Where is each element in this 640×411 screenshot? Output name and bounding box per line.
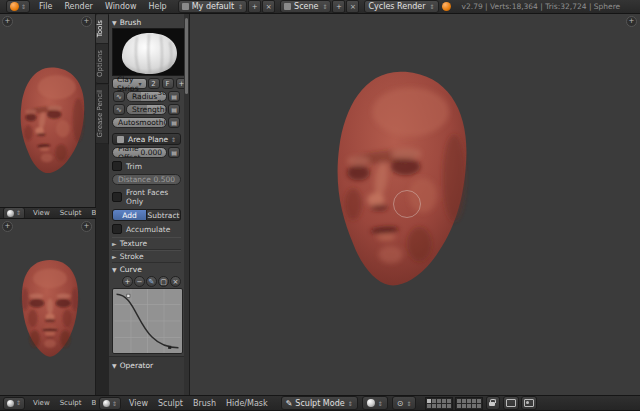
expand-properties-button[interactable]: + xyxy=(81,221,92,232)
menu-sculpt[interactable]: Sculpt xyxy=(55,209,87,217)
sculpt-plane-dropdown[interactable]: Area Plane⇕ xyxy=(112,133,181,145)
brush-select-dropdown[interactable]: Clay Strips▾ xyxy=(112,78,147,89)
viewport-bottom-left[interactable]: + + xyxy=(0,219,96,395)
subtract-toggle-button[interactable]: Subtract xyxy=(147,209,181,221)
scene-stats: v2.79 | Verts:18,364 | Tris:32,724 | Sph… xyxy=(462,2,621,11)
curve-delete-button[interactable]: × xyxy=(170,276,181,287)
render-engine-value: Cycles Render xyxy=(368,2,425,11)
plane-offset-slider[interactable]: Plane Offset0.000 xyxy=(112,147,167,158)
lock-to-scene-button[interactable] xyxy=(486,396,500,410)
trim-checkbox-row[interactable]: Trim xyxy=(112,161,181,171)
brush-add-button[interactable] xyxy=(176,78,184,89)
blender-logo-icon xyxy=(442,2,451,11)
brush-preview-image[interactable] xyxy=(112,28,184,76)
shading-sphere-icon xyxy=(367,399,375,407)
strength-slider[interactable]: Strength0.500 xyxy=(126,104,167,115)
menu-help[interactable]: Help xyxy=(142,2,172,11)
chevron-updown-icon xyxy=(345,399,353,408)
radius-value: 36 px xyxy=(157,91,167,102)
tool-shelf-tabs: Tools Options Grease Pencil xyxy=(96,14,109,395)
chevron-updown-icon xyxy=(14,399,21,407)
front-faces-checkbox-row[interactable]: Front Faces Only xyxy=(112,188,181,206)
editor-type-button-3dview[interactable] xyxy=(3,397,25,410)
editor-type-button-info[interactable] xyxy=(6,0,30,13)
menu-file[interactable]: File xyxy=(33,2,58,11)
operator-panel-header[interactable]: ▼Operator xyxy=(112,359,181,371)
autosmooth-tablet-button[interactable] xyxy=(168,117,180,128)
scene-layers-group-2[interactable] xyxy=(455,397,483,410)
add-scene-button[interactable] xyxy=(332,0,345,13)
plane-offset-tablet-button[interactable] xyxy=(168,147,180,158)
scene-dropdown[interactable]: Scene xyxy=(280,0,331,13)
menu-view[interactable]: View xyxy=(28,209,55,217)
accumulate-checkbox-row[interactable]: Accumulate xyxy=(112,224,181,234)
sculpted-head-mesh[interactable] xyxy=(6,64,92,176)
menu-view[interactable]: View xyxy=(124,399,153,408)
texture-panel-header[interactable]: ►Texture xyxy=(112,237,181,250)
radius-tablet-button[interactable] xyxy=(168,91,180,102)
brush-users-button[interactable]: 2 xyxy=(148,78,160,89)
brush-fake-user-button[interactable]: F xyxy=(162,78,174,89)
strength-tablet-button[interactable] xyxy=(168,104,180,115)
menu-brush[interactable]: Brush xyxy=(87,399,96,407)
expand-toolshelf-button[interactable]: + xyxy=(2,221,13,232)
curve-zoom-out-button[interactable]: − xyxy=(134,276,145,287)
radius-pressure-toggle[interactable] xyxy=(113,91,125,102)
radius-slider[interactable]: Radius36 px xyxy=(126,91,167,102)
viewport-shading-dropdown[interactable] xyxy=(362,396,388,410)
screen-layout-value: My default xyxy=(192,2,234,11)
menu-window[interactable]: Window xyxy=(99,2,143,11)
checkbox-icon xyxy=(112,161,122,171)
expand-properties-button[interactable]: + xyxy=(81,16,92,27)
expand-toolshelf-button[interactable]: + xyxy=(2,16,13,27)
opengl-render-animation-button[interactable] xyxy=(521,396,537,410)
menu-sculpt[interactable]: Sculpt xyxy=(55,399,87,407)
tab-options[interactable]: Options xyxy=(96,44,109,84)
chevron-updown-icon: ⇕ xyxy=(171,136,176,143)
brush-panel-header[interactable]: ▼Brush xyxy=(112,16,181,28)
menu-hide-mask[interactable]: Hide/Mask xyxy=(221,399,273,408)
operator-panel-region: ▼Operator xyxy=(109,356,184,395)
scene-value: Scene xyxy=(294,2,318,11)
opengl-render-image-button[interactable] xyxy=(503,396,519,410)
tab-grease-pencil[interactable]: Grease Pencil xyxy=(96,84,109,144)
3d-view-icon xyxy=(103,400,110,407)
sculpted-head-mesh[interactable] xyxy=(10,243,90,373)
brush-panel-title: Brush xyxy=(120,18,142,27)
delete-layout-button[interactable] xyxy=(262,0,275,13)
toolshelf-scrollbar[interactable] xyxy=(184,14,189,395)
menu-view[interactable]: View xyxy=(28,399,55,407)
editor-type-button-3dview[interactable] xyxy=(3,207,25,219)
render-engine-dropdown[interactable]: Cycles Render xyxy=(364,0,438,13)
triangle-down-icon: ▼ xyxy=(112,266,117,273)
viewport-top-left[interactable]: + + xyxy=(0,14,96,207)
expand-properties-button[interactable]: + xyxy=(626,16,637,27)
stroke-panel-header[interactable]: ►Stroke xyxy=(112,250,181,263)
sculpted-head-mesh[interactable] xyxy=(308,60,482,296)
pivot-point-dropdown[interactable] xyxy=(392,396,417,410)
editor-type-button-3dview[interactable] xyxy=(99,397,121,410)
strength-pressure-toggle[interactable] xyxy=(113,104,125,115)
menu-brush[interactable]: Brush xyxy=(87,209,96,217)
tab-tools[interactable]: Tools xyxy=(96,14,109,44)
triangle-right-icon: ► xyxy=(112,240,117,247)
chevron-updown-icon xyxy=(19,2,26,11)
curve-clip-button[interactable]: ▢ xyxy=(158,276,169,287)
curve-zoom-in-button[interactable]: + xyxy=(122,276,133,287)
brush-falloff-curve-widget[interactable] xyxy=(112,288,183,354)
screen-layout-dropdown[interactable]: My default xyxy=(178,0,247,13)
menu-sculpt[interactable]: Sculpt xyxy=(153,399,188,408)
add-toggle-button[interactable]: Add xyxy=(112,209,147,221)
scene-layers-group-1[interactable] xyxy=(425,397,453,410)
menu-brush[interactable]: Brush xyxy=(188,399,221,408)
plane-offset-label: Plane Offset xyxy=(118,147,141,158)
menu-render[interactable]: Render xyxy=(58,2,98,11)
autosmooth-slider[interactable]: Autosmooth0.000 xyxy=(112,117,167,128)
curve-tools-button[interactable]: ✎ xyxy=(146,276,157,287)
mode-dropdown[interactable]: Sculpt Mode xyxy=(281,396,358,410)
sculpt-plane-value: Area Plane xyxy=(128,135,168,144)
curve-panel-header[interactable]: ▼Curve xyxy=(112,263,181,275)
delete-scene-button[interactable] xyxy=(346,0,359,13)
scrollbar-thumb[interactable] xyxy=(185,18,188,94)
add-layout-button[interactable] xyxy=(248,0,261,13)
